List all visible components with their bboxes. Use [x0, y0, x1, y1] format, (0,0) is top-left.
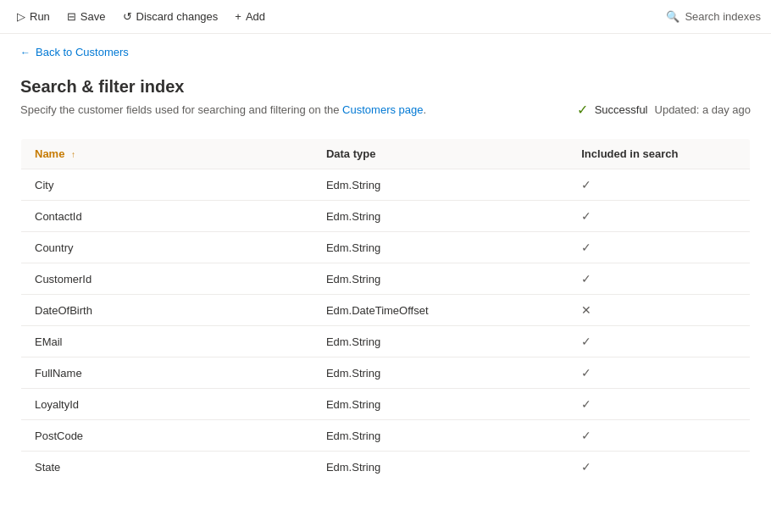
check-icon: ✓: [581, 397, 591, 411]
check-icon: ✓: [581, 241, 591, 254]
search-icon: 🔍: [666, 10, 679, 23]
column-included-label: Included in search: [581, 147, 678, 160]
cell-name: State: [21, 452, 313, 483]
table-row[interactable]: StateEdm.String✓: [21, 452, 751, 483]
cell-included: ✓: [568, 389, 750, 420]
status-icon: ✓: [577, 102, 588, 118]
check-icon: ✓: [581, 460, 591, 474]
table-row[interactable]: CityEdm.String✓: [21, 169, 751, 201]
search-indexes-label: Search indexes: [685, 10, 761, 23]
table-row[interactable]: FullNameEdm.String✓: [21, 357, 751, 389]
table-row[interactable]: LoyaltyIdEdm.String✓: [21, 389, 751, 420]
check-icon: ✓: [581, 366, 591, 380]
run-icon: ▷: [17, 10, 25, 23]
back-arrow-icon: ←: [20, 47, 31, 58]
check-icon: ✓: [581, 209, 591, 223]
add-icon: +: [235, 10, 241, 23]
cell-name: Country: [21, 232, 313, 263]
cell-included: ✓: [568, 357, 750, 389]
table-row[interactable]: ContactIdEdm.String✓: [21, 201, 751, 232]
table-row[interactable]: PostCodeEdm.String✓: [21, 420, 751, 452]
cell-name: EMail: [21, 326, 313, 357]
check-icon: ✓: [581, 178, 591, 191]
run-button[interactable]: ▷ Run: [10, 3, 57, 30]
run-label: Run: [30, 10, 50, 23]
sort-ascending-icon: ↑: [71, 150, 75, 159]
cell-name: FullName: [21, 357, 313, 389]
cell-name: ContactId: [21, 201, 313, 232]
cell-name: LoyaltyId: [21, 389, 313, 420]
check-icon: ✓: [581, 335, 591, 348]
discard-button[interactable]: ↺ Discard changes: [116, 3, 225, 30]
save-label: Save: [80, 10, 106, 23]
index-table: Name ↑ Data type Included in search City…: [20, 138, 751, 483]
cell-name: PostCode: [21, 420, 313, 452]
discard-icon: ↺: [123, 10, 132, 23]
cell-datatype: Edm.String: [313, 452, 568, 483]
column-header-included: Included in search: [568, 139, 750, 169]
cell-included: ✓: [568, 201, 750, 232]
back-nav-label: Back to Customers: [36, 46, 129, 58]
column-header-name[interactable]: Name ↑: [21, 139, 313, 169]
cell-datatype: Edm.String: [313, 389, 568, 420]
save-icon: ⊟: [67, 10, 76, 23]
table-row[interactable]: DateOfBirthEdm.DateTimeOffset✕: [21, 295, 751, 326]
add-button[interactable]: + Add: [228, 3, 272, 30]
cell-included: ✕: [568, 295, 750, 326]
cell-datatype: Edm.String: [313, 420, 568, 452]
table-header-row: Name ↑ Data type Included in search: [21, 139, 751, 169]
status-area: ✓ Successful Updated: a day ago: [577, 102, 751, 118]
cell-included: ✓: [568, 263, 750, 295]
back-nav-button[interactable]: ← Back to Customers: [0, 34, 149, 70]
cell-datatype: Edm.String: [313, 201, 568, 232]
table-row[interactable]: CountryEdm.String✓: [21, 232, 751, 263]
check-icon: ✓: [581, 272, 591, 285]
cell-included: ✓: [568, 452, 750, 483]
cell-name: CustomerId: [21, 263, 313, 295]
check-icon: ✓: [581, 429, 591, 442]
cell-datatype: Edm.String: [313, 263, 568, 295]
search-indexes-button[interactable]: 🔍 Search indexes: [666, 10, 761, 23]
cell-included: ✓: [568, 326, 750, 357]
status-text: Successful: [595, 103, 648, 116]
cell-datatype: Edm.DateTimeOffset: [313, 295, 568, 326]
cell-datatype: Edm.String: [313, 232, 568, 263]
page-subtitle: Specify the customer fields used for sea…: [20, 103, 426, 116]
x-icon: ✕: [581, 303, 591, 317]
cell-name: City: [21, 169, 313, 201]
discard-label: Discard changes: [136, 10, 219, 23]
column-header-datatype: Data type: [313, 139, 568, 169]
cell-datatype: Edm.String: [313, 357, 568, 389]
cell-name: DateOfBirth: [21, 295, 313, 326]
customers-page-link[interactable]: Customers page: [342, 103, 423, 116]
column-datatype-label: Data type: [326, 147, 376, 160]
cell-datatype: Edm.String: [313, 169, 568, 201]
cell-included: ✓: [568, 169, 750, 201]
table-row[interactable]: EMailEdm.String✓: [21, 326, 751, 357]
table-row[interactable]: CustomerIdEdm.String✓: [21, 263, 751, 295]
subtitle-row: Specify the customer fields used for sea…: [20, 102, 751, 118]
page-title: Search & filter index: [20, 77, 751, 97]
cell-included: ✓: [568, 232, 750, 263]
toolbar: ▷ Run ⊟ Save ↺ Discard changes + Add 🔍 S…: [0, 0, 771, 34]
save-button[interactable]: ⊟ Save: [60, 3, 113, 30]
add-label: Add: [246, 10, 265, 23]
status-updated: Updated: a day ago: [655, 103, 751, 116]
page-content: Search & filter index Specify the custom…: [0, 70, 771, 503]
cell-datatype: Edm.String: [313, 326, 568, 357]
cell-included: ✓: [568, 420, 750, 452]
column-name-label: Name: [35, 147, 64, 160]
